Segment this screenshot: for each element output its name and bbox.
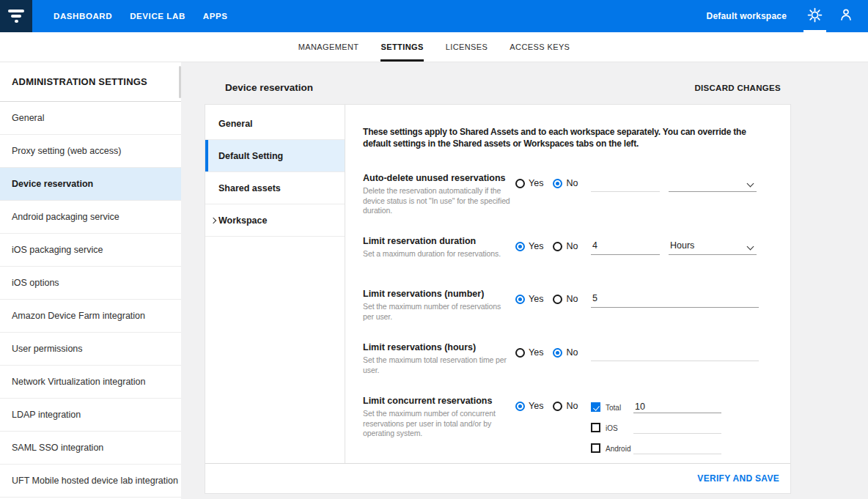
auto-delete-duration-input[interactable] — [591, 177, 660, 192]
checkbox-label: Android — [606, 443, 633, 453]
tab-label: LICENSES — [446, 32, 488, 62]
setting-row-limit-number: Limit reservations (number) Set the maxi… — [363, 289, 762, 342]
logo-bar — [11, 15, 21, 18]
app-logo[interactable] — [0, 0, 32, 32]
radio-label: No — [566, 347, 578, 358]
tab-label: ACCESS KEYS — [510, 32, 570, 62]
radio-label: No — [566, 241, 578, 251]
radio-yes[interactable]: Yes — [515, 401, 543, 411]
row-text: Limit reservations (number) Set the maxi… — [363, 289, 515, 342]
ios-checkbox[interactable] — [591, 423, 600, 432]
radio-icon — [515, 295, 525, 304]
duration-unit-select[interactable]: Hours — [669, 240, 757, 255]
limit-row-ios: iOS — [591, 422, 760, 434]
sidebar-item-device-reservation[interactable]: Device reservation — [0, 168, 181, 201]
radio-no[interactable]: No — [553, 347, 578, 358]
setting-label: Auto-delete unused reservations — [363, 173, 515, 183]
topbar-right: Default workspace — [707, 0, 868, 32]
device-reservation-card: General Default Setting Shared assets Wo… — [205, 105, 790, 493]
radio-no[interactable]: No — [553, 401, 578, 411]
sidebar-item-amazon-device-farm[interactable]: Amazon Device Farm integration — [0, 300, 181, 333]
yes-no-group: Yes No — [515, 173, 591, 236]
reservations-hours-input[interactable] — [591, 347, 759, 361]
tab-licenses[interactable]: LICENSES — [435, 32, 499, 62]
user-account-button[interactable] — [833, 0, 859, 32]
sidebar-item-user-permissions[interactable]: User permissions — [0, 333, 181, 366]
radio-yes[interactable]: Yes — [515, 294, 543, 304]
ios-limit-input[interactable] — [633, 422, 721, 434]
primary-nav: DASHBOARD DEVICE LAB APPS — [45, 0, 237, 32]
nav-item-device-lab[interactable]: DEVICE LAB — [121, 0, 194, 32]
radio-yes[interactable]: Yes — [515, 347, 543, 358]
settings-intro-text: These settings apply to Shared Assets an… — [363, 126, 762, 173]
radio-label: Yes — [529, 241, 543, 251]
nav-item-apps[interactable]: APPS — [194, 0, 237, 32]
tab-label: SETTINGS — [380, 32, 423, 62]
top-app-bar: DASHBOARD DEVICE LAB APPS Default worksp… — [0, 0, 868, 32]
setting-row-limit-concurrent: Limit concurrent reservations Set the ma… — [363, 396, 762, 463]
chevron-down-icon — [747, 180, 754, 188]
person-icon — [839, 7, 853, 25]
sidebar-item-general[interactable]: General — [0, 102, 181, 135]
sidebar-item-proxy-setting[interactable]: Proxy setting (web access) — [0, 135, 181, 168]
setting-description: Set the maximum total reservation time p… — [363, 355, 513, 375]
row-text: Limit reservation duration Set a maximum… — [363, 236, 515, 289]
android-limit-input[interactable] — [633, 443, 721, 454]
workspace-selector[interactable]: Default workspace — [707, 11, 787, 21]
concurrent-limits-group: Total 10 iOS Android — [591, 396, 760, 463]
auto-delete-unit-select[interactable] — [669, 177, 757, 192]
setting-label: Limit reservation duration — [363, 236, 515, 246]
sidebar-item-saml-sso[interactable]: SAML SSO integration — [0, 432, 181, 465]
sidebar-item-ios-options[interactable]: iOS options — [0, 267, 181, 300]
setting-description: Set the maximum number of reservations p… — [363, 302, 513, 322]
sidebar-scrollbar-thumb[interactable] — [179, 66, 181, 98]
total-limit-input[interactable]: 10 — [633, 402, 721, 413]
reservations-number-input[interactable]: 5 — [591, 293, 759, 308]
radio-no[interactable]: No — [553, 241, 578, 251]
card-body: General Default Setting Shared assets Wo… — [205, 105, 790, 463]
radio-label: Yes — [529, 401, 543, 411]
yes-no-group: Yes No — [515, 236, 591, 289]
sidebar-title: ADMINISTRATION SETTINGS — [0, 62, 181, 102]
subnav-item-shared-assets[interactable]: Shared assets — [205, 172, 345, 204]
sidebar-item-network-virtualization[interactable]: Network Virtualization integration — [0, 366, 181, 399]
tab-access-keys[interactable]: ACCESS KEYS — [499, 32, 581, 62]
duration-value-input[interactable]: 4 — [591, 240, 660, 255]
gear-icon — [807, 7, 823, 26]
radio-yes[interactable]: Yes — [515, 178, 543, 188]
tab-management[interactable]: MANAGEMENT — [287, 32, 370, 62]
radio-yes[interactable]: Yes — [515, 241, 543, 251]
settings-gear-button[interactable] — [801, 0, 828, 32]
sidebar-item-uft-hosted-lab[interactable]: UFT Mobile hosted device lab integration — [0, 465, 181, 498]
setting-description: Delete the reservation automatically if … — [363, 186, 513, 216]
nav-item-dashboard[interactable]: DASHBOARD — [45, 0, 121, 32]
subnav-label: General — [218, 119, 253, 129]
row-controls: 5 — [591, 289, 760, 342]
discard-changes-button[interactable]: DISCARD CHANGES — [694, 84, 781, 92]
radio-icon — [553, 402, 562, 411]
sidebar-item-ldap[interactable]: LDAP integration — [0, 399, 181, 432]
subnav-label: Workspace — [218, 215, 267, 226]
section-tabs: MANAGEMENT SETTINGS LICENSES ACCESS KEYS — [0, 32, 868, 62]
row-controls: 4 Hours — [591, 236, 760, 289]
radio-no[interactable]: No — [553, 294, 578, 304]
setting-label: Limit concurrent reservations — [363, 396, 515, 406]
row-controls — [591, 342, 760, 396]
total-checkbox[interactable] — [591, 402, 600, 412]
sidebar-item-android-packaging[interactable]: Android packaging service — [0, 201, 181, 234]
admin-settings-sidebar: ADMINISTRATION SETTINGS General Proxy se… — [0, 62, 181, 499]
android-checkbox[interactable] — [591, 443, 600, 453]
setting-description: Set the maximum number of concurrent res… — [363, 409, 513, 439]
subnav-item-default-setting[interactable]: Default Setting — [205, 140, 345, 172]
subnav-item-general[interactable]: General — [205, 108, 345, 140]
sidebar-item-ios-packaging[interactable]: iOS packaging service — [0, 234, 181, 267]
radio-no[interactable]: No — [553, 178, 578, 188]
tab-settings[interactable]: SETTINGS — [369, 32, 434, 62]
verify-and-save-button[interactable]: VERIFY AND SAVE — [697, 473, 779, 484]
radio-label: Yes — [529, 294, 543, 304]
radio-label: No — [566, 178, 578, 188]
settings-content: These settings apply to Shared Assets an… — [345, 105, 790, 463]
subnav-item-workspace[interactable]: Workspace — [205, 204, 345, 237]
checkbox-label: iOS — [606, 422, 633, 432]
checkbox-label: Total — [606, 402, 633, 412]
